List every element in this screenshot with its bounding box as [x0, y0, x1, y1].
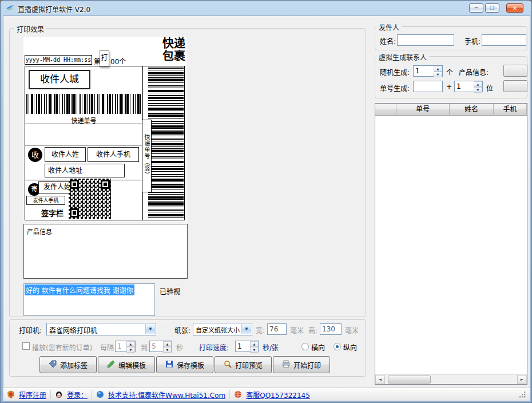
vertical-tracking-barcode[interactable] [148, 68, 184, 219]
spin-up-icon[interactable]: ▲ [474, 81, 482, 87]
paper-label: 纸张: [174, 325, 190, 335]
package-title: 快递包裹 [159, 37, 185, 62]
scroll-thumb[interactable] [388, 376, 431, 384]
qr-finder [101, 180, 110, 189]
sender-phone-input[interactable] [482, 34, 526, 46]
save-template-button[interactable]: 保存模板 [156, 356, 213, 373]
scroll-right-icon[interactable]: ► [517, 375, 527, 384]
product-info-button[interactable] [503, 65, 527, 77]
register-link[interactable]: 程序注册 [19, 390, 46, 400]
landscape-radio[interactable] [301, 343, 309, 350]
print-settings-group: 打印机: 森雀网络打印机 ▼ 纸张: 自定义纸张大小 ▼ 宽: 毫米 高: 毫米… [9, 319, 366, 377]
spin-down-icon[interactable]: ▼ [126, 347, 135, 353]
resize-grip[interactable] [518, 390, 526, 398]
close-button[interactable]: ✕ [506, 3, 523, 13]
paper-select[interactable]: 自定义纸张大小 ▼ [193, 323, 252, 335]
login-link[interactable]: 登录： [67, 390, 88, 400]
date-field[interactable]: yyyy-MM-dd HH:mm:ss [25, 55, 92, 65]
virtual-contacts-group-label: 虚拟生成联系人 [376, 52, 429, 62]
scroll-left-icon[interactable]: ◄ [375, 375, 385, 384]
to-label: 到 [141, 342, 148, 352]
printer-dropdown-arrow-icon[interactable]: ▼ [145, 324, 155, 334]
qr-code[interactable] [69, 179, 111, 219]
contacts-table: 单号 姓名 手机 ◄ ► [375, 103, 527, 385]
client-area: 打印效果 快递包裹 yyyy-MM-dd HH:mm:ss 第 打 00个 收件… [3, 15, 530, 388]
spin-up-icon[interactable]: ▲ [126, 341, 135, 347]
add-label-button[interactable]: 添加标签 [39, 356, 97, 373]
row-selector-header[interactable] [375, 104, 396, 116]
sender-name-label: 姓名: [380, 36, 396, 46]
spin-up-icon[interactable]: ▲ [250, 341, 259, 347]
order-digits-stepper[interactable]: ▲▼ [454, 81, 483, 92]
printer-icon [282, 360, 290, 370]
recipient-address-box[interactable]: 收件人地址 [45, 164, 125, 177]
width-input[interactable] [267, 323, 287, 335]
interval-from-stepper[interactable]: ▲▼ [115, 341, 136, 352]
recipient-city-box[interactable]: 收件人城 [29, 70, 90, 89]
spin-down-icon[interactable]: ▼ [250, 347, 259, 353]
spin-up-icon[interactable]: ▲ [434, 66, 442, 72]
print-preview-button[interactable]: 打印预览 [215, 356, 272, 373]
order-prefix-input[interactable] [413, 81, 443, 92]
titlebar[interactable]: 直播虚拟打单软件 V2.0 ─ ❐ ✕ [1, 1, 531, 15]
sender-group-label: 发件人 [376, 22, 402, 32]
column-header-tracking[interactable]: 单号 [396, 104, 450, 116]
order-digits-input[interactable] [455, 81, 474, 92]
horizontal-scrollbar[interactable]: ◄ ► [375, 374, 527, 384]
portrait-radio[interactable] [334, 343, 341, 350]
grid-line [25, 145, 143, 145]
edit-template-button[interactable]: 编辑模板 [98, 356, 155, 373]
paper-dropdown-arrow-icon[interactable]: ▼ [241, 324, 251, 334]
maximize-button[interactable]: ❐ [485, 3, 499, 13]
play-label: 播放(您有新的订单) [32, 342, 92, 352]
spin-down-icon[interactable]: ▼ [163, 347, 172, 353]
recipient-phone-box[interactable]: 收件人手机 [88, 147, 139, 162]
second-label: 秒 [176, 342, 183, 352]
qr-finder [70, 180, 79, 189]
digits-unit-label: 位 [486, 83, 493, 93]
height-input[interactable] [320, 323, 342, 335]
tracking-barcode[interactable] [26, 94, 141, 114]
sender-name-input[interactable] [397, 34, 454, 46]
play-checkbox[interactable] [22, 342, 30, 350]
support-link[interactable]: 技术支持:恒泰软件Www.Htai51.Com [108, 390, 225, 400]
interval-to-input[interactable] [150, 341, 163, 351]
table-body[interactable] [375, 116, 527, 365]
interval-from-input[interactable] [116, 341, 126, 351]
label-preview[interactable]: 快递包裹 yyyy-MM-dd HH:mm:ss 第 打 00个 收件人城 快递… [23, 37, 186, 222]
counter-drag-box[interactable]: 打 [100, 50, 109, 67]
interval-to-stepper[interactable]: ▲▼ [149, 341, 172, 352]
speed-unit-label: 秒/张 [263, 342, 279, 352]
order-generate-label: 单号生成: [380, 83, 410, 93]
product-info-box[interactable]: 产品信息 [23, 224, 188, 279]
spin-up-icon[interactable]: ▲ [163, 341, 172, 347]
recipient-name-box[interactable]: 收件人姓 [45, 147, 86, 162]
column-header-phone[interactable]: 手机 [494, 104, 527, 116]
sender-phone-box[interactable]: 发件人手机 [26, 196, 65, 205]
print-effect-group: 打印效果 快递包裹 yyyy-MM-dd HH:mm:ss 第 打 00个 收件… [9, 28, 366, 317]
spin-down-icon[interactable]: ▼ [474, 87, 482, 93]
sender-phone-label: 手机: [464, 36, 481, 46]
app-window: 直播虚拟打单软件 V2.0 ─ ❐ ✕ 打印效果 快递包裹 yyyy-MM-dd… [0, 0, 532, 403]
status-separator [50, 390, 51, 399]
signature-caption: 签字栏 [41, 207, 63, 218]
service-link[interactable]: 客服QQ157322145 [246, 390, 310, 400]
start-print-button[interactable]: 开始打印 [273, 356, 330, 373]
minimize-button[interactable]: ─ [469, 3, 483, 13]
random-generate-label: 随机生成: [380, 67, 410, 77]
message-box[interactable]: 好的 软件有什么问题请找我 谢谢你 [23, 283, 155, 316]
portrait-label: 纵向 [343, 342, 357, 352]
every-label: 每隔 [100, 342, 114, 352]
print-speed-stepper[interactable]: ▲▼ [235, 341, 259, 352]
printer-select[interactable]: 森雀网络打印机 ▼ [46, 323, 156, 335]
spin-down-icon[interactable]: ▼ [434, 72, 442, 77]
print-speed-input[interactable] [236, 341, 250, 351]
random-count-stepper[interactable]: ▲▼ [413, 65, 443, 77]
scroll-track[interactable] [385, 375, 517, 384]
order-generate-button[interactable] [503, 80, 527, 92]
random-count-input[interactable] [414, 66, 434, 76]
label-grid: 收件人城 快递单号 收 收件人姓 收件人手机 收件人地址 寄 发件人姓 [25, 66, 185, 220]
column-header-name[interactable]: 姓名 [450, 104, 494, 116]
inspected-label: 已验视 [160, 286, 180, 296]
landscape-label: 横向 [311, 342, 325, 352]
